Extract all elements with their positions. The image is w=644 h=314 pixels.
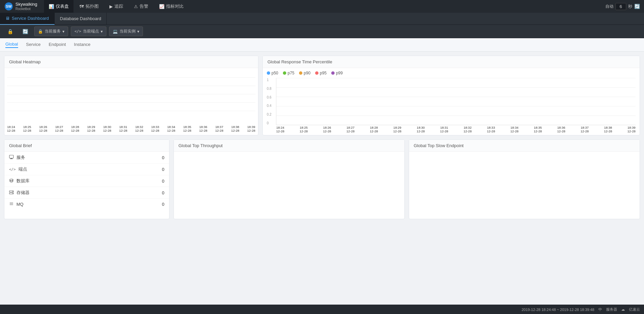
rt-time-1: 18:2512-28 <box>300 126 308 133</box>
heatmap-time-8: 18:3212-28 <box>135 125 143 132</box>
nav-item-metric[interactable]: 📈 指标对比 <box>154 0 188 13</box>
brief-service-label: 服务 <box>16 154 162 161</box>
heatmap-time-5: 18:2912-28 <box>87 125 95 132</box>
chart-plot-area: 18:2412-28 18:2512-28 18:2612-28 18:2712… <box>276 78 636 132</box>
throughput-panel: Global Top Throughput <box>174 139 405 219</box>
current-endpoint-label: 当前端点 <box>83 28 99 34</box>
server-label: 服务器 <box>606 307 617 312</box>
endpoint-control-icon: </> <box>75 29 81 34</box>
heatmap-time-12: 18:3612-28 <box>199 125 207 132</box>
rt-time-7: 18:3112-28 <box>440 126 448 133</box>
heatmap-time-4: 18:2812-28 <box>71 125 79 132</box>
subnav-endpoint[interactable]: Endpoint <box>49 42 66 48</box>
heatmap-time-10: 18:3412-28 <box>167 125 175 132</box>
response-time-legend: p50 p75 p90 p95 <box>267 71 636 75</box>
nav-dashboard-label: 仪表盘 <box>56 3 69 9</box>
brief-database-label: 数据库 <box>16 178 162 184</box>
rt-time-2: 18:2612-28 <box>323 126 331 133</box>
brief-service-value: 0 <box>162 155 164 160</box>
heatmap-time-9: 18:3312-28 <box>151 125 159 132</box>
tab-service-dashboard[interactable]: 🖥 Service Dashboard <box>0 13 55 25</box>
brand-sub: Rocketbot <box>15 7 37 11</box>
p50-label: p50 <box>271 71 278 75</box>
current-instance-btn[interactable]: 💻 当前实例 ▾ <box>109 26 143 36</box>
nav-right: 自动 秒 🔄 <box>605 3 640 10</box>
p99-dot <box>331 71 335 75</box>
heatmap-time-0: 18:2412-28 <box>7 125 15 132</box>
tab-database-dashboard[interactable]: Database Dashboard <box>55 13 107 25</box>
brief-mq-icon <box>9 201 14 207</box>
brief-service-row: 服务 0 <box>4 152 169 164</box>
brief-storage-row: 存储器 0 <box>4 187 169 199</box>
rt-time-13: 18:3712-28 <box>581 126 589 133</box>
svg-point-21 <box>12 193 13 194</box>
rt-time-15: 18:3912-28 <box>627 126 635 133</box>
rt-time-0: 18:2412-28 <box>276 126 284 133</box>
heatmap-time-3: 18:2712-28 <box>55 125 63 132</box>
y-axis: 1 0.8 0.6 0.4 0.2 0 <box>267 78 276 132</box>
p75-dot <box>283 71 286 75</box>
rt-time-9: 18:3312-28 <box>487 126 495 133</box>
response-time-title: Global Response Time Percentile <box>263 56 640 68</box>
legend-p50: p50 <box>267 71 278 75</box>
nav-left: SW Skywalking Rocketbot 📊 仪表盘 🗺 拓扑图 ▶ 追踪… <box>4 0 188 13</box>
alert-icon: ⚠ <box>134 4 138 9</box>
seconds-label: 秒 <box>628 4 632 9</box>
rt-time-3: 18:2712-28 <box>346 126 354 133</box>
current-service-btn[interactable]: 🔒 当前服务 ▾ <box>34 26 68 36</box>
brief-mq-row: MQ 0 <box>4 199 169 210</box>
svg-point-20 <box>12 191 13 192</box>
brief-title: Global Brief <box>4 140 169 152</box>
brief-database-row: 数据库 0 <box>4 175 169 187</box>
nav-item-alert[interactable]: ⚠ 告警 <box>129 0 153 13</box>
service-tab-label: Service Dashboard <box>12 16 49 21</box>
brief-storage-label: 存储器 <box>16 190 162 196</box>
y-08: 0.8 <box>267 87 276 90</box>
lang-indicator: 中 <box>598 307 602 312</box>
instance-dropdown-icon: ▾ <box>137 29 139 34</box>
rt-time-6: 18:3012-28 <box>417 126 425 133</box>
nav-item-dashboard[interactable]: 📊 仪表盘 <box>44 0 73 13</box>
refresh-controls-btn[interactable]: 🔄 <box>19 27 32 36</box>
endpoint-dropdown-icon: ▾ <box>101 29 103 34</box>
heatmap-time-1: 18:2512-28 <box>23 125 31 132</box>
brief-endpoint-row: </> 端点 0 <box>4 164 169 175</box>
brief-storage-value: 0 <box>162 190 164 195</box>
refresh-button[interactable]: 🔄 <box>634 4 640 9</box>
y-02: 0.2 <box>267 113 276 116</box>
current-instance-label: 当前实例 <box>119 28 136 34</box>
row-1: Global Heatmap 18:2412-28 18:2512-28 <box>4 56 640 135</box>
topology-icon: 🗺 <box>80 4 84 9</box>
response-time-body: p50 p75 p90 p95 <box>263 68 640 134</box>
subnav-instance[interactable]: Instance <box>74 42 90 48</box>
legend-p75: p75 <box>283 71 294 75</box>
brand-right-icon: ☁ <box>621 307 625 312</box>
refresh-seconds-input[interactable] <box>615 3 626 10</box>
heatmap-title: Global Heatmap <box>4 56 258 68</box>
brief-mq-label: MQ <box>16 202 162 207</box>
y-06: 0.6 <box>267 96 276 99</box>
p90-label: p90 <box>304 71 310 75</box>
database-tab-label: Database Dashboard <box>60 16 101 21</box>
subnav-service[interactable]: Service <box>26 42 41 48</box>
nav-trace-label: 追踪 <box>114 3 123 9</box>
current-endpoint-btn[interactable]: </> 当前端点 ▾ <box>71 26 106 36</box>
tab-bar: 🖥 Service Dashboard Database Dashboard <box>0 13 644 25</box>
svg-point-17 <box>10 179 13 180</box>
brief-mq-value: 0 <box>162 202 164 207</box>
nav-metric-label: 指标对比 <box>166 3 184 9</box>
y-0: 0 <box>267 121 276 125</box>
nav-item-trace[interactable]: ▶ 追踪 <box>105 0 128 13</box>
heatmap-time-2: 18:2612-28 <box>39 125 47 132</box>
slow-endpoint-title: Global Top Slow Endpoint <box>409 140 640 152</box>
rt-time-4: 18:2812-28 <box>370 126 378 133</box>
subnav-global[interactable]: Global <box>5 42 18 48</box>
brand-logo-icon: SW <box>4 2 13 11</box>
legend-p95: p95 <box>315 71 327 75</box>
p50-dot <box>267 71 270 75</box>
main-content: Global Heatmap 18:2412-28 18:2512-28 <box>0 52 644 314</box>
rt-time-5: 18:2912-28 <box>393 126 401 133</box>
nav-item-topology[interactable]: 🗺 拓扑图 <box>75 0 103 13</box>
row-2: Global Brief 服务 0 </> 端点 <box>4 139 640 219</box>
p75-label: p75 <box>288 71 294 75</box>
